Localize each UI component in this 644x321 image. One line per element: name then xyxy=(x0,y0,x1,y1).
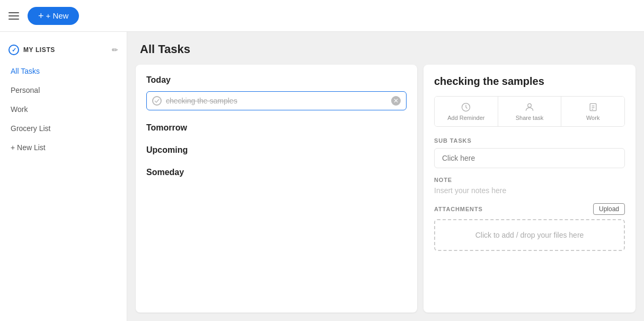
content-panels: Today checking the samples ✕ Tomorrow xyxy=(127,65,644,321)
task-clear-button[interactable]: ✕ xyxy=(391,96,401,106)
person-icon xyxy=(524,102,535,112)
task-text: checking the samples xyxy=(166,97,387,105)
work-tag-button[interactable]: Work xyxy=(561,97,624,126)
sidebar-item-work[interactable]: Work xyxy=(0,100,127,119)
drop-zone[interactable]: Click to add / drop your files here xyxy=(434,219,625,251)
detail-title: checking the samples xyxy=(434,75,625,88)
content-area: All Tasks Today checking the samples xyxy=(127,32,644,321)
clock-icon xyxy=(461,102,471,112)
share-task-button[interactable]: Share task xyxy=(498,97,562,126)
topbar: + + New xyxy=(0,0,644,32)
sidebar-item-new-list[interactable]: + New List xyxy=(0,138,127,157)
today-section: Today checking the samples ✕ xyxy=(146,75,407,110)
someday-label: Someday xyxy=(146,168,407,177)
subtasks-section: SUB TASKS xyxy=(434,137,625,177)
today-label: Today xyxy=(146,75,407,85)
add-reminder-button[interactable]: Add Reminder xyxy=(435,97,498,126)
someday-section: Someday xyxy=(146,168,407,177)
sidebar-header: MY LISTS ✏ xyxy=(0,40,127,62)
sidebar: MY LISTS ✏ All Tasks Personal Work Groce… xyxy=(0,32,127,321)
main-layout: MY LISTS ✏ All Tasks Personal Work Groce… xyxy=(0,32,644,321)
page-title: All Tasks xyxy=(140,42,631,56)
tomorrow-label: Tomorrow xyxy=(146,123,407,133)
upcoming-label: Upcoming xyxy=(146,145,407,155)
detail-panel: checking the samples Add Reminder Share … xyxy=(424,65,636,313)
attachments-section: ATTACHMENTS Upload Click to add / drop y… xyxy=(434,203,625,251)
upcoming-section: Upcoming xyxy=(146,145,407,155)
upload-button[interactable]: Upload xyxy=(593,203,625,215)
sidebar-section-title: MY LISTS xyxy=(23,46,55,54)
attachments-label: ATTACHMENTS xyxy=(434,206,483,212)
subtasks-label: SUB TASKS xyxy=(434,137,625,144)
sidebar-item-personal[interactable]: Personal xyxy=(0,81,127,100)
sidebar-item-all-tasks[interactable]: All Tasks xyxy=(0,62,127,81)
sidebar-nav: All Tasks Personal Work Grocery List + N… xyxy=(0,62,127,157)
tomorrow-section: Tomorrow xyxy=(146,123,407,133)
detail-actions: Add Reminder Share task Work xyxy=(434,96,625,127)
task-check-button[interactable] xyxy=(152,96,162,106)
edit-icon[interactable]: ✏ xyxy=(112,46,118,54)
task-row-checking-samples[interactable]: checking the samples ✕ xyxy=(146,91,407,110)
my-lists-icon xyxy=(8,45,19,55)
check-icon xyxy=(154,98,160,103)
drop-zone-text: Click to add / drop your files here xyxy=(475,231,584,239)
new-button[interactable]: + + New xyxy=(28,7,79,25)
menu-icon[interactable] xyxy=(8,12,19,20)
content-header: All Tasks xyxy=(127,32,644,65)
svg-point-1 xyxy=(528,103,532,107)
subtask-input[interactable] xyxy=(434,148,625,168)
task-panel: Today checking the samples ✕ Tomorrow xyxy=(136,65,417,313)
list-icon xyxy=(588,102,598,112)
sidebar-item-grocery-list[interactable]: Grocery List xyxy=(0,119,127,138)
note-section: NOTE Insert your notes here xyxy=(434,177,625,195)
note-label: NOTE xyxy=(434,177,625,183)
attachments-header: ATTACHMENTS Upload xyxy=(434,203,625,215)
note-placeholder[interactable]: Insert your notes here xyxy=(434,186,625,195)
